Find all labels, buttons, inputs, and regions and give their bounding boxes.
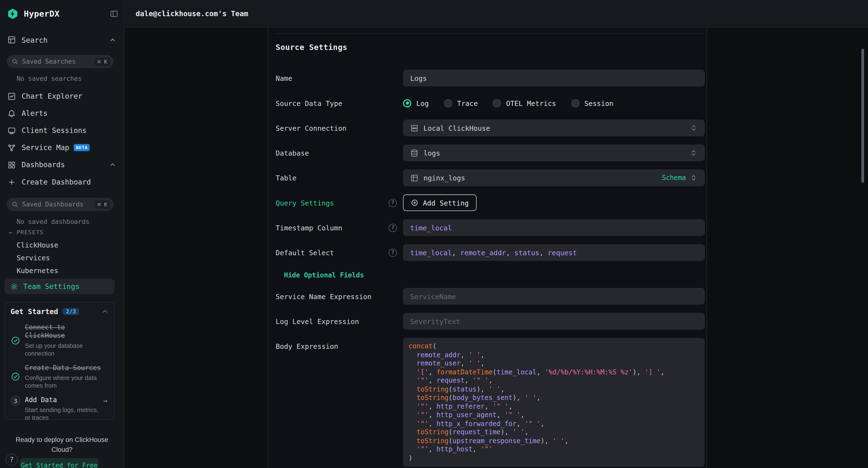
database-label: Database xyxy=(276,149,403,157)
sidebar-item-client-sessions[interactable]: Client Sessions xyxy=(0,122,124,139)
preset-item-kubernetes[interactable]: Kubernetes xyxy=(0,264,124,277)
get-started-header[interactable]: Get Started 2/3 xyxy=(9,308,110,316)
saved-dashboards-shortcut: ⌘ K xyxy=(94,200,110,208)
hide-optional-fields-link[interactable]: Hide Optional Fields xyxy=(284,271,364,279)
saved-searches-shortcut: ⌘ K xyxy=(94,57,110,66)
search-icon xyxy=(11,58,18,65)
name-input[interactable]: Logs xyxy=(403,70,705,86)
monitor-icon xyxy=(7,126,16,135)
sidebar-item-create-dashboard[interactable]: Create Dashboard xyxy=(0,173,124,191)
sidebar-item-team-settings[interactable]: Team Settings xyxy=(4,279,115,294)
search-section-icon xyxy=(7,35,16,45)
step-create-data-sources[interactable]: Create Data Sources Configure where your… xyxy=(9,364,110,389)
server-connection-select[interactable]: Local ClickHouse xyxy=(403,120,705,136)
cloud-ready-text: Ready to deploy on ClickHouse Cloud? xyxy=(4,435,120,455)
section-heading: Source Settings xyxy=(276,43,705,52)
timestamp-column-input[interactable]: time_local xyxy=(403,219,705,236)
sidebar-item-service-map[interactable]: Service Map BETA xyxy=(0,139,124,156)
radio-selected-icon xyxy=(403,99,411,107)
query-settings-row: Query Settings ? Add Setting xyxy=(276,195,705,211)
step-add-data[interactable]: 3 Add Data Start sending logs, metrics, … xyxy=(9,396,110,422)
add-setting-button[interactable]: Add Setting xyxy=(403,195,476,211)
help-icon[interactable]: ? xyxy=(389,199,397,207)
radio-session[interactable]: Session xyxy=(571,99,613,107)
step-title: Connect to ClickHouse xyxy=(25,323,108,340)
default-select-text: Default Select xyxy=(276,248,334,257)
add-setting-label: Add Setting xyxy=(423,199,469,207)
radio-otel-metrics[interactable]: OTEL Metrics xyxy=(493,99,556,107)
timestamp-column-label: Timestamp Column ? xyxy=(276,224,403,232)
table-select[interactable]: nginx_logs Schema xyxy=(403,170,705,186)
chevron-updown-icon xyxy=(690,124,698,132)
sidebar-item-alerts[interactable]: Alerts xyxy=(0,105,124,122)
chevron-updown-icon xyxy=(690,174,698,182)
sidebar-collapse-icon[interactable] xyxy=(110,9,119,18)
radio-label: Trace xyxy=(457,99,478,107)
query-settings-text: Query Settings xyxy=(276,199,334,207)
preset-item-services[interactable]: Services xyxy=(0,252,124,264)
default-select-input[interactable]: time_local, remote_addr, status, request xyxy=(403,244,705,261)
check-circle-icon xyxy=(10,364,21,389)
database-select[interactable]: logs xyxy=(403,145,705,161)
presets-header[interactable]: PRESETS xyxy=(8,229,44,235)
main-content: Source Settings Name Logs Source Data Ty… xyxy=(125,28,868,468)
database-value: logs xyxy=(424,149,440,157)
service-name-placeholder: ServiceName xyxy=(410,292,456,300)
sidebar-item-dashboards[interactable]: Dashboards xyxy=(0,156,124,173)
step-body: Connect to ClickHouse Set up your databa… xyxy=(25,323,108,357)
radio-trace[interactable]: Trace xyxy=(444,99,478,107)
sidebar-item-chart-explorer[interactable]: Chart Explorer xyxy=(0,88,124,105)
radio-icon xyxy=(493,99,501,107)
preset-item-clickhouse[interactable]: ClickHouse xyxy=(0,239,124,252)
search-icon xyxy=(11,201,18,208)
help-icon[interactable]: ? xyxy=(389,248,397,257)
server-connection-value: Local ClickHouse xyxy=(424,124,490,132)
source-settings-form: Name Logs Source Data Type Log xyxy=(276,70,705,467)
check-circle-icon xyxy=(10,323,21,357)
nav-label: Client Sessions xyxy=(22,126,87,135)
query-settings-label: Query Settings ? xyxy=(276,199,403,207)
vertical-scrollbar-thumb[interactable] xyxy=(861,49,864,183)
table-icon xyxy=(410,174,418,182)
search-section-label: Search xyxy=(22,36,48,44)
step-body: Add Data Start sending logs, metrics, or… xyxy=(25,396,108,422)
source-data-type-group: Log Trace OTEL Metrics Session xyxy=(403,95,705,112)
log-level-label: Log Level Expression xyxy=(276,317,403,325)
service-name-row: Service Name Expression ServiceName xyxy=(276,288,705,305)
saved-searches-input[interactable]: Saved Searches ⌘ K xyxy=(7,55,114,68)
progress-badge: 2/3 xyxy=(63,308,79,315)
default-select-row: Default Select ? time_local, remote_addr… xyxy=(276,244,705,261)
gear-icon xyxy=(10,282,18,290)
schema-link[interactable]: Schema xyxy=(662,174,686,182)
log-level-input[interactable]: SeverityText xyxy=(403,313,705,329)
radio-log[interactable]: Log xyxy=(403,99,429,107)
query-settings-control: Add Setting xyxy=(403,195,705,211)
step-body: Create Data Sources Configure where your… xyxy=(25,364,108,389)
help-icon[interactable]: ? xyxy=(389,224,397,232)
timestamp-column-text: Timestamp Column xyxy=(276,224,342,232)
body-expression-label: Body Expression xyxy=(276,338,403,354)
server-connection-label: Server Connection xyxy=(276,124,403,132)
radio-label: Session xyxy=(584,99,613,107)
presets-list: ClickHouse Services Kubernetes xyxy=(0,239,124,277)
nav-label: Dashboards xyxy=(22,160,65,169)
step-connect-clickhouse[interactable]: Connect to ClickHouse Set up your databa… xyxy=(9,323,110,357)
circle-plus-icon xyxy=(411,199,418,206)
radio-label: OTEL Metrics xyxy=(506,99,556,107)
nav-label: Service Map xyxy=(22,144,69,152)
sidebar-item-search[interactable]: Search xyxy=(0,33,124,47)
step-desc: Set up your database connection xyxy=(25,342,102,357)
sidebar-header: HyperDX xyxy=(7,7,119,21)
service-name-input[interactable]: ServiceName xyxy=(403,288,705,305)
help-button[interactable]: ? xyxy=(5,454,18,466)
step-number: 3 xyxy=(10,396,21,406)
table-row: Table nginx_logs Schema xyxy=(276,170,705,186)
get-started-free-button[interactable]: Get Started for Free xyxy=(20,458,99,468)
plus-icon xyxy=(7,178,16,186)
bell-icon xyxy=(7,109,16,118)
body-expression-editor[interactable]: concat( remote_addr, ' ', remote_user, '… xyxy=(403,338,705,467)
saved-dashboards-input[interactable]: Saved Dashboards ⌘ K xyxy=(7,198,114,211)
database-icon xyxy=(410,149,418,157)
saved-searches-placeholder: Saved Searches xyxy=(22,58,95,65)
name-label: Name xyxy=(276,74,403,82)
